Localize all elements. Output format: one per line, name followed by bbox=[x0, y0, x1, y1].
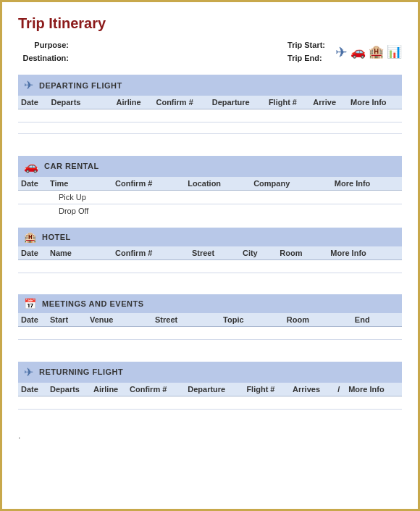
col-confirm: Confirm # bbox=[112, 177, 185, 191]
returning-flight-header-row: Date Departs Airline Confirm # Departure… bbox=[18, 383, 402, 396]
col-date: Date bbox=[18, 313, 47, 327]
header-info: Purpose: Destination: Trip Start: Trip E… bbox=[18, 39, 402, 65]
car-rental-table: Date Time Confirm # Location Company Mor… bbox=[18, 177, 402, 217]
table-row bbox=[18, 122, 402, 134]
plane-icon-departing: ✈ bbox=[24, 78, 33, 92]
meetings-section: 📅 MEETINGS AND EVENTS Date Start Venue S… bbox=[18, 294, 402, 352]
departing-flight-table: Date Departs Airline Confirm # Departure… bbox=[18, 96, 402, 146]
col-arrive: Arrive bbox=[310, 96, 348, 109]
col-flight: Flight # bbox=[266, 96, 310, 109]
col-departure: Departure bbox=[185, 383, 243, 396]
meetings-table: Date Start Venue Street Topic Room End bbox=[18, 313, 402, 352]
departing-flight-section: ✈ DEPARTING FLIGHT Date Departs Airline … bbox=[18, 75, 402, 146]
table-row bbox=[18, 259, 402, 273]
col-confirm: Confirm # bbox=[127, 383, 185, 396]
car-rental-title: CAR RENTAL bbox=[44, 162, 99, 170]
hotel-icon-top: 🏨 bbox=[369, 44, 384, 59]
hotel-title: HOTEL bbox=[42, 233, 71, 241]
page-title: Trip Itinerary bbox=[18, 15, 402, 32]
meetings-title: MEETINGS AND EVENTS bbox=[42, 299, 144, 308]
table-row bbox=[18, 273, 402, 284]
col-confirm: Confirm # bbox=[153, 96, 209, 109]
meetings-icon: 📅 bbox=[24, 298, 36, 309]
car-rental-section: 🚗 CAR RENTAL Date Time Confirm # Locatio… bbox=[18, 156, 402, 217]
col-airline: Airline bbox=[113, 96, 153, 109]
col-street: Street bbox=[152, 313, 220, 327]
col-date: Date bbox=[18, 383, 47, 396]
col-more-info: More Info bbox=[327, 246, 402, 260]
trip-dates: Trip Start: Trip End: bbox=[287, 39, 325, 65]
col-departs: Departs bbox=[47, 383, 91, 396]
col-date: Date bbox=[18, 96, 48, 109]
departing-flight-title: DEPARTING FLIGHT bbox=[39, 81, 122, 90]
hotel-header-row: Date Name Confirm # Street City Room Mor… bbox=[18, 246, 402, 260]
col-arrives: Arrives bbox=[290, 383, 335, 396]
table-row: Pick Up bbox=[18, 190, 402, 204]
car-icon: 🚗 bbox=[24, 159, 38, 173]
col-room: Room bbox=[284, 313, 352, 327]
col-confirm: Confirm # bbox=[112, 246, 189, 260]
col-location: Location bbox=[185, 177, 251, 191]
dropoff-label: Drop Off bbox=[50, 207, 88, 215]
col-airline: Airline bbox=[91, 383, 127, 396]
destination-label: Destination: bbox=[18, 52, 69, 65]
col-departs: Departs bbox=[48, 96, 113, 109]
table-row bbox=[18, 109, 402, 122]
hotel-icon: 🏨 bbox=[24, 231, 36, 243]
pickup-label: Pick Up bbox=[50, 193, 86, 202]
travel-icons: ✈ 🚗 🏨 📊 bbox=[335, 43, 402, 61]
table-row: Drop Off bbox=[18, 204, 402, 217]
col-more-info: More Info bbox=[345, 383, 402, 396]
footer: . bbox=[18, 431, 402, 441]
col-city: City bbox=[240, 246, 277, 260]
hotel-header: 🏨 HOTEL bbox=[18, 228, 402, 246]
col-venue: Venue bbox=[87, 313, 152, 327]
col-flight: Flight # bbox=[243, 383, 290, 396]
car-icon-top: 🚗 bbox=[350, 44, 366, 59]
col-more-info: More Info bbox=[348, 96, 402, 109]
returning-flight-title: RETURNING FLIGHT bbox=[39, 367, 123, 376]
trip-end-label: Trip End: bbox=[287, 54, 322, 62]
table-row bbox=[18, 134, 402, 146]
returning-flight-header: ✈ RETURNING FLIGHT bbox=[18, 362, 402, 383]
chart-icon-top: 📊 bbox=[387, 44, 402, 59]
hotel-table: Date Name Confirm # Street City Room Mor… bbox=[18, 246, 402, 285]
departing-flight-header: ✈ DEPARTING FLIGHT bbox=[18, 75, 402, 96]
hotel-section: 🏨 HOTEL Date Name Confirm # Street City … bbox=[18, 228, 402, 285]
trip-purpose-destination: Purpose: Destination: bbox=[18, 39, 69, 65]
returning-flight-section: ✈ RETURNING FLIGHT Date Departs Airline … bbox=[18, 362, 402, 421]
departing-flight-header-row: Date Departs Airline Confirm # Departure… bbox=[18, 96, 402, 109]
table-row bbox=[18, 409, 402, 420]
car-rental-header-row: Date Time Confirm # Location Company Mor… bbox=[18, 177, 402, 191]
col-departure: Departure bbox=[209, 96, 266, 109]
col-start: Start bbox=[47, 313, 87, 327]
col-time: Time bbox=[47, 177, 112, 191]
col-company: Company bbox=[251, 177, 322, 191]
plane-icon-returning: ✈ bbox=[24, 365, 33, 379]
col-slash: / bbox=[335, 383, 345, 396]
col-date: Date bbox=[18, 246, 47, 260]
returning-flight-table: Date Departs Airline Confirm # Departure… bbox=[18, 383, 402, 421]
table-row bbox=[18, 327, 402, 340]
col-topic: Topic bbox=[220, 313, 284, 327]
table-row bbox=[18, 340, 402, 352]
col-date: Date bbox=[18, 177, 47, 191]
plane-icon: ✈ bbox=[335, 43, 348, 61]
meetings-header: 📅 MEETINGS AND EVENTS bbox=[18, 294, 402, 313]
col-street: Street bbox=[189, 246, 240, 260]
col-spacer bbox=[322, 177, 332, 191]
col-end: End bbox=[352, 313, 402, 327]
car-rental-header: 🚗 CAR RENTAL bbox=[18, 156, 402, 177]
meetings-header-row: Date Start Venue Street Topic Room End bbox=[18, 313, 402, 327]
trip-dates-icons: Trip Start: Trip End: ✈ 🚗 🏨 📊 bbox=[287, 39, 402, 65]
purpose-label: Purpose: bbox=[18, 39, 69, 52]
col-more-info: More Info bbox=[332, 177, 402, 191]
col-name: Name bbox=[47, 246, 112, 260]
trip-start-label: Trip Start: bbox=[287, 41, 325, 49]
table-row bbox=[18, 396, 402, 409]
col-room: Room bbox=[277, 246, 327, 260]
